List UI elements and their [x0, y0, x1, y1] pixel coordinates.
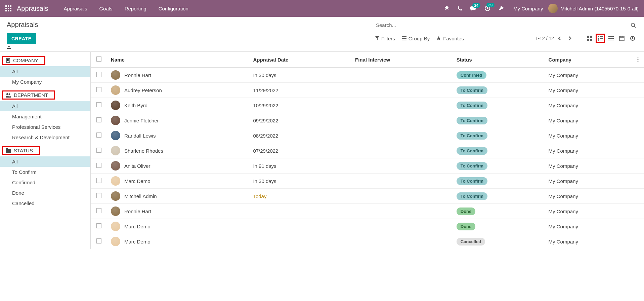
row-checkbox[interactable]	[96, 102, 101, 107]
sidebar-item[interactable]: Done	[0, 188, 90, 198]
svg-rect-8	[10, 10, 11, 11]
view-calendar[interactable]	[617, 34, 627, 43]
svg-rect-26	[7, 60, 8, 61]
row-checkbox[interactable]	[96, 87, 101, 92]
appraisal-date	[249, 234, 351, 249]
download-icon[interactable]	[7, 44, 40, 49]
nav-reporting[interactable]: Reporting	[119, 6, 153, 11]
table-row[interactable]: Marc DemoCancelledMy Company	[91, 234, 644, 249]
view-activity[interactable]	[606, 34, 616, 43]
employee-name: Marc Demo	[124, 224, 151, 229]
nav-configuration[interactable]: Configuration	[153, 6, 195, 11]
messages-icon[interactable]: 24	[466, 6, 480, 11]
company-cell: My Company	[545, 204, 633, 219]
sidebar-item[interactable]: Professional Services	[0, 122, 90, 132]
table-row[interactable]: Marc DemoIn 30 daysTo ConfirmMy Company	[91, 174, 644, 189]
table-row[interactable]: Jennie Fletcher09/29/2022To ConfirmMy Co…	[91, 113, 644, 128]
company-cell: My Company	[545, 189, 633, 204]
table-row[interactable]: Ronnie HartDoneMy Company	[91, 204, 644, 219]
search-icon[interactable]	[629, 21, 637, 29]
sidebar-item[interactable]: All	[0, 156, 90, 167]
row-checkbox[interactable]	[96, 148, 101, 153]
svg-rect-0	[5, 5, 7, 7]
sidebar-header-status[interactable]: STATUS	[2, 146, 40, 155]
view-kanban[interactable]	[585, 34, 594, 43]
sidebar-item[interactable]: Management	[0, 111, 90, 122]
pager-prev[interactable]	[555, 35, 564, 42]
company-selector[interactable]: My Company	[508, 6, 548, 11]
company-cell: My Company	[545, 113, 633, 128]
svg-point-15	[598, 36, 599, 37]
col-name[interactable]: Name	[107, 52, 249, 68]
table-row[interactable]: Ronnie HartIn 30 daysConfirmedMy Company	[91, 68, 644, 83]
pager-next[interactable]	[565, 35, 574, 42]
folder-icon	[6, 148, 11, 153]
final-interview	[351, 83, 453, 98]
favorites-label: Favorites	[443, 36, 464, 41]
sidebar-item[interactable]: Research & Development	[0, 132, 90, 143]
row-checkbox[interactable]	[96, 223, 101, 228]
sidebar-item[interactable]: To Confirm	[0, 167, 90, 177]
select-all-checkbox[interactable]	[96, 57, 101, 62]
col-options[interactable]	[633, 52, 644, 68]
view-gantt[interactable]	[628, 34, 637, 43]
table-area: Name Appraisal Date Final Interview Stat…	[91, 52, 644, 249]
sidebar-item[interactable]: Confirmed	[0, 177, 90, 188]
sidebar-item[interactable]: All	[0, 66, 90, 77]
nav-goals[interactable]: Goals	[93, 6, 118, 11]
row-checkbox[interactable]	[96, 178, 101, 183]
employee-name: Audrey Peterson	[124, 87, 162, 93]
favorites-button[interactable]: Favorites	[436, 36, 464, 41]
avatar	[111, 161, 120, 171]
employee-name: Anita Oliver	[124, 163, 151, 169]
table-row[interactable]: Sharlene Rhodes07/29/2022To ConfirmMy Co…	[91, 143, 644, 158]
view-list[interactable]	[596, 34, 605, 43]
final-interview	[351, 68, 453, 83]
table-row[interactable]: Marc DemoDoneMy Company	[91, 219, 644, 234]
company-cell: My Company	[545, 83, 633, 98]
filters-button[interactable]: Filters	[375, 36, 395, 41]
row-checkbox[interactable]	[96, 133, 101, 138]
col-final[interactable]: Final Interview	[351, 52, 453, 68]
final-interview	[351, 158, 453, 174]
col-company[interactable]: Company	[545, 52, 633, 68]
sidebar-item[interactable]: My Company	[0, 77, 90, 87]
table-row[interactable]: Keith Byrd10/29/2022To ConfirmMy Company	[91, 98, 644, 113]
activities-icon[interactable]: 39	[480, 5, 495, 11]
apps-icon[interactable]	[5, 5, 11, 11]
table-row[interactable]: Audrey Peterson11/29/2022To ConfirmMy Co…	[91, 83, 644, 98]
user-menu[interactable]: Mitchell Admin (14055070-15-0-all)	[548, 4, 639, 13]
row-checkbox[interactable]	[96, 238, 101, 243]
col-date[interactable]: Appraisal Date	[249, 52, 351, 68]
table-row[interactable]: Mitchell AdminTodayTo ConfirmMy Company	[91, 189, 644, 204]
status-badge: To Confirm	[457, 117, 487, 124]
table-row[interactable]: Randall Lewis08/29/2022To ConfirmMy Comp…	[91, 128, 644, 143]
pager: 1-12 / 12	[535, 35, 574, 42]
svg-rect-2	[10, 5, 11, 7]
svg-rect-14	[590, 39, 592, 41]
row-checkbox[interactable]	[96, 208, 101, 213]
create-button[interactable]: CREATE	[7, 33, 36, 44]
tools-icon[interactable]	[495, 6, 508, 11]
brand-title[interactable]: Appraisals	[17, 5, 48, 12]
sidebar-header-department[interactable]: DEPARTMENT	[2, 90, 55, 100]
row-checkbox[interactable]	[96, 193, 101, 198]
main: COMPANYAllMy CompanyDEPARTMENTAllManagem…	[0, 51, 644, 249]
svg-rect-13	[587, 39, 589, 41]
sidebar-item[interactable]: All	[0, 101, 90, 111]
search-input[interactable]	[375, 21, 629, 29]
sidebar-item[interactable]: Cancelled	[0, 198, 90, 209]
nav-appraisals[interactable]: Appraisals	[57, 6, 93, 11]
svg-point-31	[638, 58, 639, 59]
groupby-button[interactable]: Group By	[402, 36, 430, 41]
table-row[interactable]: Anita OliverIn 91 daysTo ConfirmMy Compa…	[91, 158, 644, 174]
row-checkbox[interactable]	[96, 163, 101, 168]
svg-rect-24	[7, 59, 8, 60]
phone-icon[interactable]	[454, 6, 466, 11]
final-interview	[351, 174, 453, 189]
row-checkbox[interactable]	[96, 72, 101, 77]
bug-icon[interactable]	[440, 6, 454, 11]
row-checkbox[interactable]	[96, 117, 101, 122]
col-status[interactable]: Status	[453, 52, 545, 68]
sidebar-header-company[interactable]: COMPANY	[2, 56, 45, 65]
